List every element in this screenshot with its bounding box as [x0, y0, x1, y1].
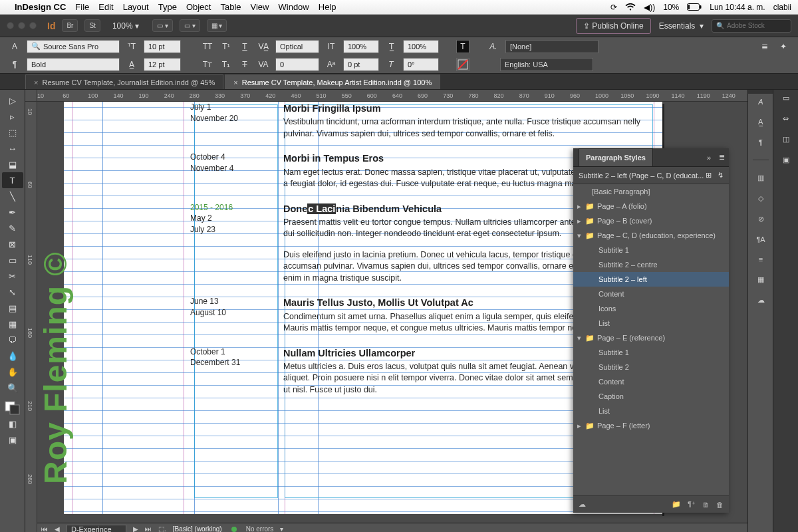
panel-tab[interactable]: Paragraph Styles [579, 148, 653, 166]
type-tool-icon[interactable]: T [2, 172, 23, 188]
para-formatting-icon[interactable]: ¶ [8, 58, 21, 71]
free-transform-tool-icon[interactable]: ⤡ [2, 284, 23, 300]
window-zoom-dot[interactable] [29, 22, 37, 29]
volume-icon[interactable]: ◀)) [644, 3, 655, 12]
user-name[interactable]: clabii [773, 3, 791, 12]
window-min-dot[interactable] [18, 22, 25, 29]
view-options-button[interactable]: ▭ ▾ [152, 19, 173, 32]
style-row[interactable]: List [573, 316, 729, 331]
screen-mode-icon[interactable]: ▣ [2, 432, 23, 448]
font-size-field[interactable]: 10 pt [144, 40, 181, 53]
font-family-field[interactable]: 🔍 Source Sans Pro [27, 40, 120, 53]
style-group[interactable]: ▾📁Page – C, D (education, experience) [573, 228, 729, 243]
paragraph-styles-panel[interactable]: Paragraph Styles » ≣ Subtitle 2 – left (… [573, 148, 729, 513]
new-group-icon[interactable]: 📁 [672, 500, 681, 509]
menu-type[interactable]: Type [158, 2, 177, 12]
page-tool-icon[interactable]: ⬚ [2, 124, 23, 140]
first-page-button[interactable]: ⏮ [41, 525, 48, 532]
kerning-field[interactable]: Optical [275, 40, 319, 53]
style-row[interactable]: [Basic Paragraph] [573, 184, 729, 199]
clear-override-icon[interactable]: ↯ [718, 171, 724, 179]
window-close-dot[interactable] [7, 22, 14, 29]
tracking-field[interactable]: 0 [275, 58, 319, 71]
last-page-button[interactable]: ⏭ [145, 525, 152, 532]
baseline-field[interactable]: 0 pt [343, 58, 379, 71]
menu-window[interactable]: Window [279, 2, 309, 12]
char-style-field[interactable]: [None] [505, 40, 598, 53]
stock-button[interactable]: St [84, 19, 100, 32]
style-row[interactable]: Content [573, 287, 729, 301]
workspace-switcher[interactable]: Essentials ▾ [659, 21, 704, 31]
menu-table[interactable]: Table [220, 2, 241, 12]
horizontal-ruler[interactable]: 1060100140190240280330370420460510550600… [37, 90, 747, 102]
direct-selection-tool-icon[interactable]: ▹ [2, 108, 23, 124]
panel-menu-icon[interactable]: ≣ [758, 40, 771, 53]
style-row[interactable]: Subtitle 2 [573, 360, 729, 374]
fill-stroke-swap-icon[interactable] [2, 400, 23, 416]
style-row[interactable]: Caption [573, 389, 729, 404]
links-panel-icon[interactable]: ⊘ [758, 215, 764, 223]
style-row[interactable]: Subtitle 1 [573, 345, 729, 360]
content-collector-tool-icon[interactable]: ⬓ [2, 156, 23, 172]
skew-field[interactable]: 0° [403, 58, 439, 71]
align-panel-icon[interactable]: ▭ [783, 94, 789, 102]
menu-help[interactable]: Help [319, 2, 336, 12]
panel-menu-icon[interactable]: ≣ [715, 153, 729, 162]
open-indicator-icon[interactable]: ⬚. [158, 525, 166, 532]
cclib-panel-icon[interactable]: ☁ [757, 296, 765, 305]
gradient-swatch-tool-icon[interactable]: ▤ [2, 300, 23, 316]
screen-mode-button[interactable]: ▭ ▾ [180, 19, 200, 32]
publish-online-button[interactable]: ⇪ Publish Online [576, 18, 651, 34]
para-panel-icon[interactable]: ¶ [759, 138, 763, 146]
font-weight-field[interactable]: Bold [27, 58, 120, 71]
quick-apply-icon[interactable]: ✦ [777, 40, 790, 53]
rectangle-tool-icon[interactable]: ▭ [2, 252, 23, 268]
style-row[interactable]: List [573, 404, 729, 418]
style-group[interactable]: ▾📁Page – E (reference) [573, 331, 729, 345]
style-row[interactable]: Subtitle 1 [573, 243, 729, 257]
doc-tab[interactable]: ×Resume CV Template, Makeup Artist Editi… [225, 74, 440, 89]
pen-tool-icon[interactable]: ✒ [2, 204, 23, 220]
style-row[interactable]: Subtitle 2 – centre [573, 257, 729, 272]
app-name[interactable]: InDesign CC [15, 2, 66, 12]
char-panel-icon[interactable]: A [758, 98, 763, 106]
new-style-icon[interactable]: ⊞ [706, 171, 712, 179]
underline-icon[interactable]: T [238, 40, 251, 53]
apply-color-icon[interactable]: ◧ [2, 416, 23, 432]
clock[interactable]: Lun 10:44 a. m. [710, 3, 765, 12]
page-selector[interactable]: D-Experince [66, 525, 126, 533]
arrange-button[interactable]: ▦ ▾ [207, 19, 227, 32]
style-group[interactable]: ▸📁Page – A (folio) [573, 199, 729, 213]
smallcaps-icon[interactable]: Tᴛ [201, 58, 214, 71]
pathfinder-panel-icon[interactable]: ◫ [783, 135, 789, 144]
hscale-field[interactable]: 100% [403, 40, 439, 53]
new-style-button-icon[interactable]: 🗎 [702, 501, 710, 509]
preflight-errors[interactable]: No errors [246, 525, 274, 532]
cclib2-panel-icon[interactable]: ▣ [783, 156, 789, 164]
close-icon[interactable]: × [233, 78, 237, 86]
style-list[interactable]: [Basic Paragraph]▸📁Page – A (folio)▸📁Pag… [573, 184, 729, 495]
style-row[interactable]: Subtitle 2 – left [573, 272, 729, 287]
menu-view[interactable]: View [251, 2, 269, 12]
zoom-level[interactable]: 100% ▾ [112, 21, 139, 31]
stroke-panel-icon[interactable]: ≡ [759, 255, 763, 263]
rectangle-frame-tool-icon[interactable]: ⊠ [2, 236, 23, 252]
gradient-feather-tool-icon[interactable]: ▦ [2, 316, 23, 332]
line-tool-icon[interactable]: ╲ [2, 188, 23, 204]
swatches-panel-icon[interactable]: ▦ [757, 275, 764, 284]
bridge-button[interactable]: Br [62, 19, 78, 32]
status-sync-icon[interactable]: ⟳ [610, 3, 617, 12]
pencil-tool-icon[interactable]: ✎ [2, 220, 23, 236]
style-group[interactable]: ▸📁Page – F (letter) [573, 418, 729, 433]
zoom-tool-icon[interactable]: 🔍 [2, 380, 23, 396]
layers-panel-icon[interactable]: ◇ [758, 194, 763, 203]
hand-tool-icon[interactable]: ✋ [2, 364, 23, 380]
char-formatting-icon[interactable]: A [8, 40, 21, 53]
menu-edit[interactable]: Edit [98, 2, 113, 12]
scissors-tool-icon[interactable]: ✂ [2, 268, 23, 284]
delete-style-icon[interactable]: 🗑 [716, 501, 724, 509]
style-row[interactable]: Icons [573, 301, 729, 316]
menu-object[interactable]: Object [186, 2, 211, 12]
vertical-ruler[interactable]: 1060110160210260 [25, 102, 37, 532]
style-group[interactable]: ▸📁Page – B (cover) [573, 213, 729, 228]
